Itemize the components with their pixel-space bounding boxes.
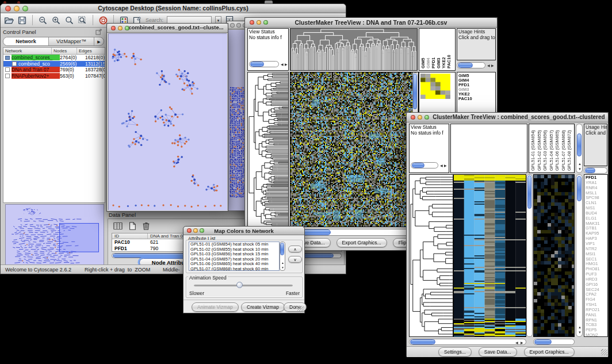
resize-grip[interactable] [297,306,304,312]
network-list-item[interactable]: DNA and Tran 07 769(0) 183728(0) [3,67,105,73]
tree1-column-label[interactable]: YKE2 [442,57,446,68]
scrollbar-thumb[interactable] [527,175,531,209]
tree2-row-dendrogram[interactable] [410,175,453,336]
column-header[interactable]: Network [3,48,52,54]
network-list-item[interactable]: combined_sco 2569(6) 13112(15) [3,61,105,67]
scroll-down-arrow-icon[interactable]: ▼ [578,331,582,334]
tree2-usage-hscrollbar[interactable] [584,167,607,174]
network-list-item[interactable]: RNAPuberNov2+ 563(0) 107847(0) [3,73,105,79]
tree2-gene-vscrollbar[interactable]: ▲ ▼ [576,174,583,337]
scrollbar-thumb[interactable] [585,168,595,173]
scroll-right-arrow-icon[interactable]: ▶ [491,64,494,67]
tree2-column-label[interactable]: GPL51-06 (GSM865) [555,130,560,171]
net1-titlebar[interactable]: combined_scores_good.txt--cluste... [107,24,228,33]
scroll-right-arrow-icon[interactable]: ▶ [444,164,447,167]
scroll-down-arrow-icon[interactable]: ▼ [578,167,582,171]
tree2-column-label[interactable]: GPL51-03 (GSM856) [543,130,548,171]
tree2-column-label[interactable]: GPL51-04 (GSM857) [549,130,554,171]
tree1-usage-hscrollbar[interactable] [457,62,485,68]
delete-attribute-icon[interactable] [141,221,151,231]
tree2-titlebar[interactable]: ClusterMaker TreeView : combined_scores_… [407,113,608,122]
animation-slider-track[interactable] [194,285,293,286]
scroll-up-arrow-icon[interactable]: ▲ [281,261,284,265]
scroll-up-arrow-icon[interactable]: ▲ [578,162,582,166]
scroll-left-arrow-icon[interactable]: ◀ [515,341,518,344]
tree1-column-label[interactable]: PFD1 [431,58,436,68]
id-column-header[interactable]: ID [112,233,148,239]
tree1-action-button[interactable]: Export Graphics... [336,238,387,247]
scrollbar-thumb[interactable] [250,62,264,67]
tree2-column-label[interactable]: GPL51-08 (GSM872) [567,130,572,171]
scroll-up-arrow-icon[interactable]: ▲ [578,325,582,329]
network-overview-canvas[interactable] [6,205,104,267]
scrollbar-thumb[interactable] [458,63,473,68]
view-status-hscrollbar[interactable] [411,162,438,168]
scroll-right-arrow-icon[interactable]: ▶ [285,63,288,66]
tree2-action-button[interactable]: Settings... [438,347,472,357]
dialog-titlebar[interactable]: Map Colors to Network [183,227,304,235]
close-button[interactable] [230,23,235,28]
scrollbar-thumb[interactable] [410,339,435,344]
scroll-right-arrow-icon[interactable]: ▶ [521,341,523,344]
tree2-collabel-vscrollbar[interactable]: ▲ ▼ [576,124,583,173]
float-panel-icon[interactable] [95,29,102,35]
tree1-column-label[interactable]: GIM4 [426,58,431,68]
save-icon[interactable] [17,16,27,25]
network-list-item[interactable]: combined_scores_ 2764(0) 16218(0) [3,55,105,61]
main-titlebar[interactable]: Cytoscape Desktop (Session Name: collins… [1,4,346,13]
scrollbar-thumb[interactable] [577,176,582,201]
resize-grip[interactable] [601,349,607,355]
gene-label[interactable]: MON2 [586,333,607,336]
open-folder-icon[interactable] [4,16,14,25]
tab-item[interactable]: Network [3,37,49,45]
move-down-button[interactable]: ∨ [288,256,302,263]
tree2-zoom-heatmap[interactable] [534,175,574,336]
tree1-column-dendrogram[interactable] [290,29,417,70]
tree2-action-button[interactable]: Save Data... [479,347,517,357]
view-status-hscrollbar[interactable] [249,61,279,67]
scroll-left-arrow-icon[interactable]: ◀ [281,63,284,66]
tree2-zoom-hscrollbar[interactable] [533,339,575,345]
zoom-in-icon[interactable] [51,16,61,25]
tree1-yellow-heatmap[interactable] [420,74,450,99]
tree1-titlebar[interactable]: ClusterMaker TreeView : DNA and Tran 07-… [245,18,497,28]
scrollbar-thumb[interactable] [413,74,417,109]
move-up-button[interactable]: ∧ [288,246,302,252]
column-header[interactable]: Edges [77,48,105,54]
scroll-down-arrow-icon[interactable]: ▼ [281,266,284,269]
create-vizmap-button[interactable]: Create Vizmap [241,302,285,312]
animation-slider-thumb[interactable] [236,282,243,288]
tree2-hscrollbar[interactable]: ◀ ▶ [409,339,526,345]
scrollbar-thumb[interactable] [577,133,582,156]
tree2-heat-vscrollbar[interactable] [526,174,533,337]
network-view-1-canvas[interactable] [109,34,227,210]
zoom-fit-icon[interactable] [64,16,74,25]
scrollbar-thumb[interactable] [412,163,424,168]
tree2-column-dendrogram-panel[interactable] [450,124,527,173]
tree2-heatmap[interactable] [454,175,526,336]
new-attribute-icon[interactable] [128,221,137,231]
tree1-row-dendrogram[interactable] [248,72,288,227]
attribute-list-vscrollbar[interactable]: ▲ ▼ [280,242,285,271]
tree1-column-label[interactable]: PAC10 [447,55,452,68]
tree2-column-label[interactable]: GPL51-02 (GSM855) [537,130,542,171]
tree2-action-button[interactable]: Export Graphics... [524,347,575,357]
attribute-list-item[interactable]: GPL51-07 (GSM868) heat shock 60 min [190,267,279,271]
zoom-selected-icon[interactable] [78,16,87,25]
tab-item[interactable]: VizMapper™ [49,37,94,45]
column-header[interactable]: Nodes [52,48,77,54]
zoom-out-icon[interactable] [38,16,48,25]
tree1-column-label[interactable]: GIM3 [437,58,441,68]
scrollbar-thumb[interactable] [534,339,552,344]
tree1-column-label[interactable]: GIM5 [421,58,426,68]
tree2-column-label[interactable]: GPL51-01 (GSM854) [531,130,536,171]
scrollbar-thumb[interactable] [280,243,284,255]
minimize-button[interactable] [236,23,241,28]
scroll-left-arrow-icon[interactable]: ◀ [487,64,490,67]
tree1-row-label[interactable]: PAC10 [458,97,472,101]
animate-vizmap-button[interactable]: Animate Vizmap [192,302,239,312]
attribute-table-icon[interactable] [113,221,123,231]
tree2-column-label[interactable]: GPL51-07 (GSM868) [561,130,566,171]
tab-item[interactable]: ▶ [94,37,104,45]
tree1-heatmap[interactable] [290,72,413,227]
